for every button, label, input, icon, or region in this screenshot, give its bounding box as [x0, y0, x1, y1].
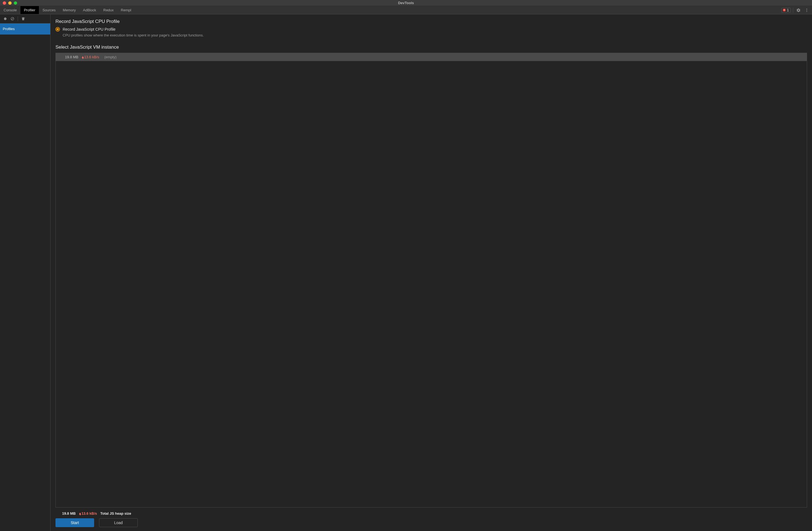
window-minimize-button[interactable] — [8, 1, 12, 5]
load-button[interactable]: Load — [99, 518, 138, 527]
arrow-up-icon — [82, 56, 84, 58]
clear-button[interactable] — [10, 16, 15, 22]
window-maximize-button[interactable] — [14, 1, 17, 5]
footer-heap-rate-value: 13.6 kB/s — [82, 512, 97, 516]
radio-description: CPU profiles show where the execution ti… — [63, 33, 807, 37]
tab-label: AdBlock — [83, 8, 96, 12]
record-icon — [3, 17, 8, 21]
footer-stats: 19.8 MB 13.6 kB/s Total JS heap size — [56, 507, 807, 518]
tab-console[interactable]: Console — [0, 6, 20, 14]
record-profile-heading: Record JavaScript CPU Profile — [56, 19, 807, 24]
main-pane: Record JavaScript CPU Profile Record Jav… — [50, 14, 812, 531]
tab-sources[interactable]: Sources — [39, 6, 59, 14]
tabs: Console Profiler Sources Memory AdBlock … — [0, 6, 135, 14]
tab-label: Memory — [63, 8, 76, 12]
footer-buttons: Start Load — [56, 518, 807, 527]
more-button[interactable] — [804, 7, 810, 13]
kebab-icon — [804, 8, 809, 12]
divider — [793, 8, 793, 13]
settings-button[interactable] — [795, 7, 801, 13]
error-count: 1 — [787, 8, 789, 12]
select-vm-heading: Select JavaScript VM instance — [56, 44, 807, 50]
tabstrip-actions: ✕ 1 — [781, 6, 812, 14]
svg-line-5 — [11, 18, 13, 19]
vm-instance-name: (empty) — [104, 55, 116, 59]
footer-heap-size: 19.8 MB — [62, 512, 76, 516]
ban-icon — [10, 17, 15, 21]
button-label: Start — [71, 520, 79, 525]
svg-point-3 — [4, 17, 6, 20]
vm-heap-rate: 13.6 kB/s — [82, 55, 101, 59]
error-icon: ✕ — [783, 9, 786, 12]
tab-label: Profiler — [24, 8, 35, 12]
tab-label: Rempl — [121, 8, 131, 12]
tabstrip: Console Profiler Sources Memory AdBlock … — [0, 6, 812, 14]
start-button[interactable]: Start — [56, 518, 94, 527]
sidebar: Profiles — [0, 14, 50, 531]
vm-instance-row[interactable]: 19.8 MB 13.6 kB/s (empty) — [56, 53, 807, 61]
svg-point-2 — [807, 11, 807, 12]
vm-heap-size: 19.8 MB — [62, 55, 78, 59]
divider — [18, 16, 18, 21]
tab-label: Redux — [103, 8, 114, 12]
trash-icon — [21, 17, 25, 21]
vm-instance-list: 19.8 MB 13.6 kB/s (empty) — [56, 53, 807, 507]
titlebar: DevTools — [0, 0, 812, 6]
footer-heap-label: Total JS heap size — [100, 512, 131, 516]
tab-label: Sources — [43, 8, 56, 12]
radio-icon — [56, 27, 60, 31]
window-controls — [0, 1, 17, 5]
footer-heap-rate: 13.6 kB/s — [79, 512, 97, 516]
error-count-badge[interactable]: ✕ 1 — [781, 8, 791, 13]
svg-point-0 — [807, 9, 807, 10]
window-title: DevTools — [398, 1, 414, 5]
gear-icon — [796, 8, 801, 12]
tab-profiler[interactable]: Profiler — [20, 6, 39, 14]
record-button[interactable] — [2, 16, 8, 22]
record-cpu-profile-radio[interactable]: Record JavaScript CPU Profile — [56, 27, 807, 31]
window-close-button[interactable] — [3, 1, 6, 5]
tab-rempl[interactable]: Rempl — [117, 6, 135, 14]
sidebar-item-profiles[interactable]: Profiles — [0, 24, 50, 34]
workspace: Profiles Record JavaScript CPU Profile R… — [0, 14, 812, 531]
radio-label: Record JavaScript CPU Profile — [63, 27, 115, 31]
svg-point-1 — [807, 10, 807, 11]
tab-adblock[interactable]: AdBlock — [79, 6, 100, 14]
button-label: Load — [114, 520, 122, 525]
sidebar-item-label: Profiles — [3, 27, 15, 31]
arrow-up-icon — [79, 513, 81, 514]
delete-button[interactable] — [20, 16, 26, 22]
tab-redux[interactable]: Redux — [100, 6, 117, 14]
sidebar-toolbar — [0, 14, 50, 24]
tab-label: Console — [4, 8, 17, 12]
tab-memory[interactable]: Memory — [59, 6, 79, 14]
vm-heap-rate-value: 13.6 kB/s — [84, 55, 99, 59]
